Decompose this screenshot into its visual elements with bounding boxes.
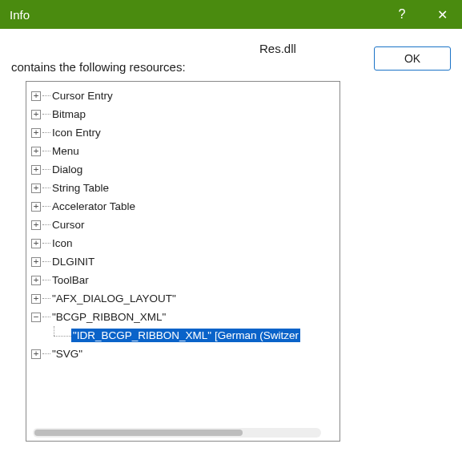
expand-icon[interactable]: + — [31, 165, 41, 175]
expand-icon[interactable]: + — [31, 184, 41, 193]
tree-node[interactable]: +Icon — [31, 234, 338, 252]
expand-icon[interactable]: + — [31, 239, 41, 248]
tree-node[interactable]: +"SVG" — [31, 345, 338, 363]
expand-icon[interactable]: + — [31, 128, 41, 138]
tree-node[interactable]: +Accelerator Table — [31, 197, 338, 216]
tree-node-label: DLGINIT — [52, 256, 94, 268]
expand-icon[interactable]: + — [31, 147, 41, 156]
tree-node-label: Menu — [52, 145, 79, 157]
tree-node-label: "BCGP_RIBBON_XML" — [52, 311, 166, 323]
tree-node-label: "AFX_DIALOG_LAYOUT" — [52, 292, 176, 305]
resource-tree[interactable]: +Cursor Entry+Bitmap+Icon Entry+Menu+Dia… — [26, 81, 340, 442]
tree-node-label: "SVG" — [52, 348, 82, 360]
tree-node[interactable]: +Bitmap — [31, 105, 338, 123]
titlebar: Info ? ✕ — [0, 0, 462, 29]
caption-text: contains the following resources: — [11, 60, 186, 74]
scrollbar-thumb[interactable] — [34, 430, 243, 436]
filename-text: Res.dll — [259, 42, 296, 55]
tree-node[interactable]: +Cursor — [31, 216, 338, 234]
expand-icon[interactable]: + — [31, 257, 41, 267]
expand-icon[interactable]: + — [31, 220, 41, 230]
help-button[interactable]: ? — [382, 0, 422, 29]
tree-node-label: Cursor Entry — [52, 90, 113, 102]
tree-node-label: String Table — [52, 182, 109, 194]
expand-icon[interactable]: + — [31, 349, 41, 359]
ok-button[interactable]: OK — [374, 46, 451, 71]
tree-node[interactable]: +Dialog — [31, 160, 338, 179]
tree-node[interactable]: +ToolBar — [31, 271, 338, 289]
expand-icon[interactable]: + — [31, 294, 41, 304]
tree-node[interactable]: +DLGINIT — [31, 252, 338, 271]
tree-node-label: Cursor — [52, 219, 85, 231]
tree-node-label: Bitmap — [52, 108, 86, 120]
expand-icon[interactable]: + — [31, 276, 41, 285]
dialog-content: Res.dll contains the following resources… — [0, 29, 462, 442]
tree-node[interactable]: +String Table — [31, 179, 338, 197]
tree-node[interactable]: +"AFX_DIALOG_LAYOUT" — [31, 289, 338, 308]
tree-node-label: Dialog — [52, 163, 82, 175]
tree-node[interactable]: −"BCGP_RIBBON_XML" — [31, 308, 338, 326]
description-text: Res.dll contains the following resources… — [11, 40, 363, 76]
tree-node-label: Icon — [52, 237, 73, 249]
tree-node[interactable]: +Menu — [31, 142, 338, 160]
tree-leaf[interactable]: "IDR_BCGP_RIBBON_XML" [German (Switzer — [31, 326, 338, 345]
close-button[interactable]: ✕ — [422, 0, 462, 29]
window-title: Info — [10, 8, 382, 22]
tree-leaf-label: "IDR_BCGP_RIBBON_XML" [German (Switzer — [71, 329, 300, 342]
tree-node[interactable]: +Icon Entry — [31, 123, 338, 142]
tree-node-label: ToolBar — [52, 274, 89, 286]
collapse-icon[interactable]: − — [31, 313, 41, 322]
expand-icon[interactable]: + — [31, 91, 41, 101]
horizontal-scrollbar[interactable] — [33, 428, 321, 438]
tree-node-label: Accelerator Table — [52, 200, 135, 212]
expand-icon[interactable]: + — [31, 202, 41, 212]
tree-node[interactable]: +Cursor Entry — [31, 87, 338, 105]
expand-icon[interactable]: + — [31, 110, 41, 119]
tree-node-label: Icon Entry — [52, 127, 101, 139]
